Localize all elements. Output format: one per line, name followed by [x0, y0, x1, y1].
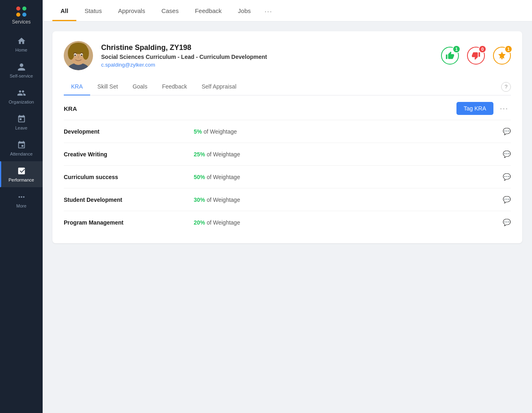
- kra-pct-development: 5%: [194, 128, 202, 135]
- kra-section: KRA Tag KRA ··· Development 5% of Weight…: [64, 95, 511, 234]
- profile-header: Christine Spalding, ZY198 Social Science…: [64, 41, 511, 70]
- sidebar-item-home[interactable]: Home: [0, 31, 43, 57]
- more-icon: [17, 192, 26, 202]
- profile-role-detail: - Curriculum Development: [195, 54, 267, 60]
- leave-icon: [17, 114, 26, 124]
- kra-options-button[interactable]: ···: [497, 103, 511, 115]
- award-wrap: 1: [493, 47, 511, 65]
- kra-item-curriculum-success: Curriculum success 50% of Weightage 💬: [64, 166, 511, 188]
- sidebar-item-attendance[interactable]: Attendance: [0, 135, 43, 161]
- top-tabs: All Status Approvals Cases Feedback Jobs…: [43, 0, 532, 22]
- kra-pct-program-management: 20%: [194, 219, 205, 226]
- comment-icon-program-management[interactable]: 💬: [503, 218, 511, 226]
- comment-icon-student-development[interactable]: 💬: [503, 196, 511, 203]
- kra-suffix-development: of Weightage: [203, 128, 237, 135]
- home-icon: [17, 36, 26, 46]
- kra-weightage-program-management: 20% of Weightage: [194, 219, 503, 226]
- avatar: [64, 41, 93, 70]
- sidebar-logo: Services: [0, 0, 43, 28]
- logo-dot-blue: [22, 13, 26, 17]
- leave-label: Leave: [15, 125, 28, 130]
- performance-label: Performance: [9, 177, 34, 182]
- kra-header: KRA Tag KRA ···: [64, 95, 511, 120]
- kra-name-program-management: Program Management: [64, 219, 194, 226]
- logo-dot-green: [22, 6, 26, 11]
- profile-info: Christine Spalding, ZY198 Social Science…: [64, 41, 267, 70]
- organization-label: Organization: [9, 99, 34, 104]
- kra-item-creative-writing: Creative Writing 25% of Weightage 💬: [64, 143, 511, 166]
- award-count: 1: [504, 45, 513, 53]
- sidebar-item-performance[interactable]: Performance: [0, 161, 43, 187]
- kra-weightage-creative-writing: 25% of Weightage: [194, 151, 503, 158]
- sidebar-item-leave[interactable]: Leave: [0, 109, 43, 135]
- comment-icon-curriculum-success[interactable]: 💬: [503, 173, 511, 181]
- sub-tabs: KRA Skill Set Goals Feedback Self Apprai…: [64, 78, 511, 95]
- sidebar-item-more[interactable]: More: [0, 187, 43, 213]
- tab-more[interactable]: ···: [259, 1, 278, 21]
- sub-tab-feedback[interactable]: Feedback: [155, 78, 194, 95]
- kra-weightage-development: 5% of Weightage: [194, 128, 503, 135]
- self-service-label: Self-service: [10, 74, 33, 78]
- kra-title: KRA: [64, 105, 77, 112]
- tab-approvals[interactable]: Approvals: [110, 0, 154, 21]
- thumbs-down-wrap: 0: [467, 47, 485, 65]
- thumbs-up-wrap: 1: [441, 47, 459, 65]
- profile-badges: 1 0 1: [441, 47, 511, 65]
- help-icon[interactable]: ?: [501, 82, 511, 92]
- kra-item-program-management: Program Management 20% of Weightage 💬: [64, 211, 511, 234]
- kra-pct-curriculum-success: 50%: [194, 174, 205, 180]
- badge-thumbs-down[interactable]: 0: [467, 47, 485, 65]
- sidebar-item-organization[interactable]: Organization: [0, 83, 43, 109]
- thumbs-down-count: 0: [478, 45, 487, 53]
- profile-card: Christine Spalding, ZY198 Social Science…: [52, 31, 522, 243]
- sub-tab-self-appraisal[interactable]: Self Appraisal: [194, 78, 244, 95]
- svg-point-9: [74, 54, 76, 56]
- kra-suffix-creative-writing: of Weightage: [207, 151, 240, 158]
- kra-name-student-development: Student Development: [64, 197, 194, 203]
- kra-actions: Tag KRA ···: [456, 102, 511, 115]
- services-label: Services: [12, 19, 30, 25]
- tab-status[interactable]: Status: [76, 0, 110, 21]
- kra-weightage-curriculum-success: 50% of Weightage: [194, 174, 503, 180]
- profile-role: Social Sciences Curriculum - Lead - Curr…: [101, 54, 267, 60]
- home-label: Home: [15, 48, 27, 52]
- kra-name-development: Development: [64, 128, 194, 135]
- sub-tab-kra[interactable]: KRA: [64, 78, 90, 95]
- kra-suffix-curriculum-success: of Weightage: [207, 174, 240, 180]
- thumbs-up-count: 1: [452, 45, 461, 53]
- tab-all[interactable]: All: [52, 0, 76, 21]
- more-label: More: [16, 203, 26, 208]
- performance-icon: [17, 166, 26, 176]
- tab-jobs[interactable]: Jobs: [230, 0, 259, 21]
- active-bar: [0, 161, 1, 187]
- kra-weightage-student-development: 30% of Weightage: [194, 197, 503, 203]
- profile-email[interactable]: c.spalding@zylker.com: [101, 62, 267, 68]
- logo-dot-red: [16, 6, 20, 11]
- kra-pct-student-development: 30%: [194, 197, 205, 203]
- self-service-icon: [17, 62, 26, 72]
- tab-cases[interactable]: Cases: [153, 0, 187, 21]
- profile-name: Christine Spalding, ZY198: [101, 43, 267, 52]
- badge-award[interactable]: 1: [493, 47, 511, 65]
- kra-name-creative-writing: Creative Writing: [64, 151, 194, 158]
- sidebar: Services Home Self-service Organization: [0, 0, 43, 413]
- sub-tab-skill-set[interactable]: Skill Set: [90, 78, 125, 95]
- comment-icon-development[interactable]: 💬: [503, 128, 511, 135]
- tab-feedback[interactable]: Feedback: [187, 0, 230, 21]
- svg-point-10: [81, 54, 82, 56]
- logo-dots: [16, 6, 26, 17]
- organization-icon: [17, 88, 26, 98]
- attendance-label: Attendance: [10, 151, 33, 156]
- kra-item-student-development: Student Development 30% of Weightage 💬: [64, 188, 511, 211]
- sub-tab-goals[interactable]: Goals: [125, 78, 155, 95]
- kra-suffix-program-management: of Weightage: [207, 219, 240, 226]
- profile-role-bold: Social Sciences Curriculum - Lead: [101, 54, 195, 60]
- sidebar-item-self-service[interactable]: Self-service: [0, 57, 43, 83]
- main-content: All Status Approvals Cases Feedback Jobs…: [43, 0, 532, 413]
- sidebar-nav: Home Self-service Organization Leave: [0, 28, 43, 413]
- badge-thumbs-up[interactable]: 1: [441, 47, 459, 65]
- attendance-icon: [17, 140, 26, 150]
- profile-details: Christine Spalding, ZY198 Social Science…: [101, 43, 267, 68]
- tag-kra-button[interactable]: Tag KRA: [456, 102, 493, 115]
- comment-icon-creative-writing[interactable]: 💬: [503, 150, 511, 158]
